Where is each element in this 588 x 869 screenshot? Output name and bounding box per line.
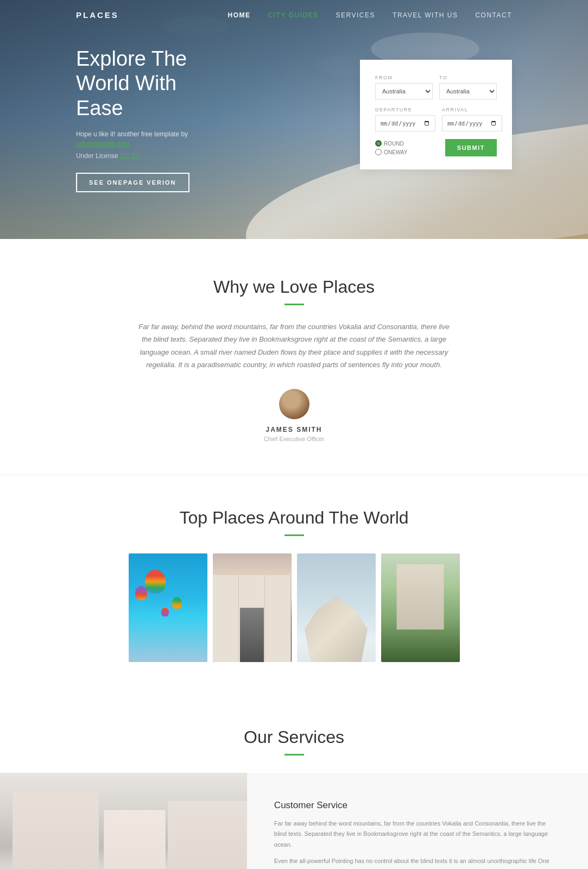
places-section: Top Places Around The World [0, 475, 588, 695]
one-way-option[interactable]: ONEWAY [375, 149, 407, 155]
opera-shape [305, 597, 368, 662]
search-box: FROM Australia USA UK France Japan TO Au… [360, 60, 512, 169]
arrival-field: ARRIVAL [442, 107, 502, 131]
balloon-2 [135, 586, 147, 600]
avatar-face [279, 389, 309, 419]
place-card-balloons[interactable] [129, 553, 207, 662]
why-title: Why we Love Places [76, 277, 512, 297]
nav-home[interactable]: HOME [228, 11, 251, 19]
services-section: Our Services Customer Service Far far aw… [0, 695, 588, 869]
scene-building-3 [168, 801, 247, 869]
street-building-3 [265, 575, 291, 662]
departure-input[interactable] [375, 115, 435, 131]
one-way-radio[interactable] [375, 149, 382, 155]
services-title: Our Services [0, 727, 588, 747]
nav-travel[interactable]: TRAVEL WITH US [393, 11, 458, 19]
hero-title: Explore The World With Ease [76, 47, 217, 121]
place-card-opera[interactable] [297, 553, 376, 662]
navbar: PLACES HOME CITY GUIDES SERVICES TRAVEL … [0, 0, 588, 29]
from-select[interactable]: Australia USA UK France Japan [375, 83, 433, 99]
hero-cta-button[interactable]: SEE ONEPAGE VERION [76, 173, 189, 192]
scene-building-1 [12, 791, 99, 869]
street-building-1 [213, 575, 239, 662]
service-item-desc-1: Far far away behind the word mountains, … [274, 818, 555, 851]
search-dates-row: DEPARTURE ARRIVAL [375, 107, 497, 131]
round-trip-option[interactable]: ROUND [375, 140, 407, 147]
balloon-3 [172, 597, 182, 609]
submit-button[interactable]: SUBMIT [445, 139, 497, 156]
person-title: Chief Executive Officer [76, 436, 512, 442]
search-from-field: FROM Australia USA UK France Japan [375, 75, 433, 99]
place-image-street [213, 553, 292, 662]
hero-content: Explore The World With Ease Hope u like … [0, 47, 217, 193]
balloon-1 [145, 570, 166, 594]
castle-tower [397, 564, 444, 629]
nav-services[interactable]: SERVICES [336, 11, 375, 19]
services-row: Customer Service Far far away behind the… [0, 773, 588, 869]
place-image-balloons [129, 553, 207, 662]
avatar [279, 389, 309, 419]
trip-type-radio: ROUND ONEWAY [375, 140, 407, 155]
search-bottom-row: ROUND ONEWAY SUBMIT [375, 139, 497, 156]
nav-links: HOME CITY GUIDES SERVICES TRAVEL WITH US… [228, 10, 512, 20]
arrival-label: ARRIVAL [442, 107, 502, 112]
place-image-castle [381, 553, 460, 662]
hero-section: Explore The World With Ease Hope u like … [0, 0, 588, 239]
services-image [0, 773, 247, 869]
nav-city-guides[interactable]: CITY GUIDES [268, 11, 319, 19]
to-select[interactable]: Australia USA UK France Japan [439, 83, 497, 99]
to-label: TO [439, 75, 497, 80]
services-green-bar [284, 754, 304, 755]
service-item-title: Customer Service [274, 800, 555, 811]
places-title: Top Places Around The World [76, 508, 512, 528]
service-item-desc-2: Even the all-powerful Pointing has no co… [274, 856, 555, 869]
scene-building-2 [104, 810, 166, 869]
round-trip-radio[interactable] [375, 140, 382, 147]
template-link[interactable]: colortemplate.com [76, 140, 129, 148]
search-from-to-row: FROM Australia USA UK France Japan TO Au… [375, 75, 497, 99]
place-card-street[interactable] [213, 553, 292, 662]
from-label: FROM [375, 75, 433, 80]
services-content: Customer Service Far far away behind the… [247, 773, 588, 869]
places-grid [76, 553, 512, 662]
license-link[interactable]: CC 3.0 [120, 152, 140, 160]
person-name: JAMES SMITH [76, 426, 512, 433]
nav-contact[interactable]: CONTACT [475, 11, 512, 19]
search-to-field: TO Australia USA UK France Japan [439, 75, 497, 99]
place-image-opera [297, 553, 376, 662]
why-green-bar [284, 304, 304, 305]
nav-logo: PLACES [76, 10, 119, 20]
departure-field: DEPARTURE [375, 107, 435, 131]
hero-subtitle: Hope u like it! another free template by… [76, 129, 217, 149]
place-card-castle[interactable] [381, 553, 460, 662]
arrival-input[interactable] [442, 115, 502, 131]
street-path [240, 608, 264, 662]
departure-label: DEPARTURE [375, 107, 435, 112]
why-section: Why we Love Places Far far away, behind … [0, 239, 588, 475]
why-description: Far far away, behind the word mountains,… [137, 320, 452, 371]
places-green-bar [284, 534, 304, 536]
balloon-4 [161, 608, 169, 616]
hero-license: Under License CC 3.0 [76, 152, 217, 160]
